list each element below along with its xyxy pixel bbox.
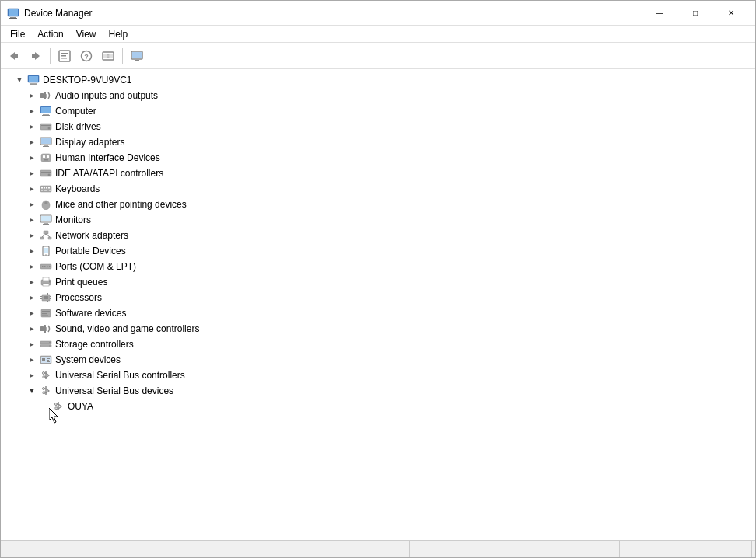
monitor-button[interactable] [127, 46, 147, 66]
svg-rect-70 [42, 266, 44, 267]
expander[interactable]: ▼ [26, 385, 38, 397]
svg-text:?: ? [84, 53, 89, 61]
display-label: Display adapters [54, 137, 124, 148]
svg-rect-50 [48, 187, 50, 189]
expander[interactable]: ► [26, 198, 38, 211]
sound-label: Sound, video and game controllers [54, 323, 199, 334]
window-controls: — □ ✕ [642, 1, 749, 26]
tree-item-system[interactable]: ► System devices [1, 352, 755, 368]
tree-item-ouya[interactable]: ► OUYA [1, 399, 755, 414]
display-icon [40, 136, 52, 148]
device-manager-window: Device Manager — □ ✕ File Action View He… [0, 0, 756, 558]
expander[interactable]: ► [26, 260, 38, 273]
expander[interactable]: ► [26, 214, 38, 226]
expander[interactable]: ► [26, 291, 38, 304]
tree-item-ide[interactable]: ► IDE ATA/ATAPI controllers [1, 166, 755, 181]
tree-root[interactable]: ▼ DESKTOP-9VU9VC1 [1, 72, 755, 88]
expander[interactable]: ► [26, 89, 38, 102]
tree-item-network[interactable]: ► Network adapters [1, 228, 755, 243]
usb-controllers-icon [40, 369, 52, 382]
svg-rect-48 [44, 187, 45, 189]
keyboards-label: Keyboards [54, 183, 100, 194]
forward-button[interactable] [26, 46, 46, 66]
svg-rect-104 [47, 361, 50, 362]
svg-rect-22 [29, 76, 38, 82]
svg-rect-68 [45, 255, 47, 256]
menu-file[interactable]: File [4, 27, 31, 41]
sound-icon [40, 323, 52, 335]
svg-rect-62 [40, 237, 44, 239]
tree-item-computer[interactable]: ► Computer [1, 103, 755, 119]
tree-item-audio[interactable]: ► Audio inputs and outputs [1, 88, 755, 103]
disk-icon [40, 120, 52, 133]
update-driver-button[interactable]: ≡ [98, 46, 118, 66]
status-bar [1, 540, 755, 557]
tree-item-keyboards[interactable]: ► Keyboards [1, 181, 755, 197]
expander[interactable]: ► [26, 245, 38, 257]
status-section-1 [4, 541, 410, 557]
tree-item-display[interactable]: ► Display adapters [1, 134, 755, 150]
computer-icon [40, 105, 52, 117]
expander[interactable]: ► [26, 369, 38, 382]
maximize-button[interactable]: □ [677, 1, 713, 26]
close-button[interactable]: ✕ [713, 1, 749, 26]
tree-item-storage[interactable]: ► Storage controllers [1, 337, 755, 352]
help-button[interactable]: ? [76, 46, 96, 66]
expander[interactable]: ► [26, 183, 38, 195]
properties-button[interactable] [54, 46, 75, 66]
svg-rect-31 [42, 115, 50, 116]
svg-rect-87 [47, 301, 48, 302]
menu-view[interactable]: View [70, 27, 103, 41]
expander[interactable]: ► [26, 338, 38, 350]
svg-rect-7 [32, 54, 36, 58]
audio-label: Audio inputs and outputs [54, 90, 158, 101]
expander[interactable]: ► [26, 105, 38, 117]
svg-rect-73 [49, 266, 51, 267]
expander[interactable]: ► [26, 307, 38, 319]
hid-icon [40, 152, 52, 164]
expander[interactable]: ► [26, 167, 38, 180]
svg-rect-20 [134, 61, 140, 61]
print-label: Print queues [54, 277, 107, 288]
device-tree[interactable]: ▼ DESKTOP-9VU9VC1 ► [1, 69, 755, 540]
root-expander[interactable]: ▼ [13, 74, 26, 86]
back-button[interactable] [4, 46, 24, 66]
svg-point-45 [48, 174, 51, 176]
tree-item-ports[interactable]: ► Ports (COM & LPT) [1, 259, 755, 274]
tree-item-print[interactable]: ► Print queues [1, 274, 755, 290]
tree-item-monitors[interactable]: ► Monitors [1, 212, 755, 228]
expander[interactable]: ► [26, 323, 38, 335]
tree-item-processors[interactable]: ► Processors [1, 290, 755, 305]
tree-item-disk[interactable]: ► Disk drives [1, 119, 755, 134]
processor-icon [40, 291, 52, 304]
svg-rect-46 [40, 186, 51, 192]
minimize-button[interactable]: — [642, 1, 677, 26]
tree-item-hid[interactable]: ► Human Interface Devices [1, 150, 755, 166]
tree-item-portable[interactable]: ► Portable Devices [1, 243, 755, 259]
svg-rect-37 [44, 145, 48, 146]
svg-point-98 [49, 345, 51, 347]
tree-item-sound[interactable]: ► Sound, video and game controllers [1, 321, 755, 337]
mice-label: Mice and other pointing devices [54, 199, 187, 210]
svg-rect-27 [46, 94, 47, 98]
tree-item-software[interactable]: ► Software devices [1, 305, 755, 321]
expander[interactable]: ► [26, 276, 38, 288]
toolbar-separator-1 [50, 48, 51, 64]
tree-item-usb-devices[interactable]: ▼ Universal Serial Bus devices [1, 383, 755, 399]
expander[interactable]: ► [26, 152, 38, 164]
tree-item-usb-controllers[interactable]: ► Universal Serial Bus controllers [1, 368, 755, 383]
tree-item-mice[interactable]: ► Mice and other pointing devices [1, 197, 755, 212]
svg-rect-101 [42, 358, 45, 361]
toolbar: ? ≡ [1, 43, 755, 69]
window-title: Device Manager [24, 8, 642, 19]
svg-rect-53 [49, 190, 51, 191]
menu-help[interactable]: Help [103, 27, 135, 41]
svg-rect-91 [42, 316, 48, 316]
expander[interactable]: ► [26, 354, 38, 366]
network-label: Network adapters [54, 230, 128, 241]
expander[interactable]: ► [26, 229, 38, 242]
expander[interactable]: ► [26, 120, 38, 133]
expander[interactable]: ► [26, 136, 38, 148]
svg-rect-25 [40, 93, 44, 98]
menu-action[interactable]: Action [31, 27, 69, 41]
